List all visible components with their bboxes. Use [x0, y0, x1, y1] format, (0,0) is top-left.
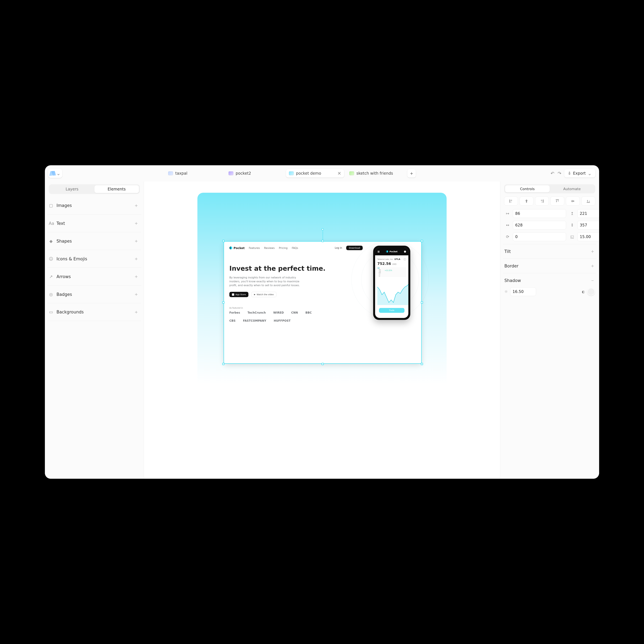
add-icon[interactable]: ＋	[134, 256, 139, 262]
close-tab-icon[interactable]: ✕	[337, 171, 341, 176]
tab-taxpal[interactable]: taxpal	[165, 169, 223, 178]
download-icon: ⇩	[568, 171, 571, 176]
section-tilt[interactable]: Tilt＋	[503, 244, 596, 259]
tab-label: pocket2	[236, 171, 251, 176]
plus-icon[interactable]: ＋	[590, 248, 595, 255]
y-icon: ↥	[569, 211, 576, 216]
add-icon[interactable]: ＋	[134, 238, 139, 244]
tab-controls[interactable]: Controls	[505, 185, 550, 192]
align-right-button[interactable]	[535, 197, 549, 206]
add-icon[interactable]: ＋	[134, 220, 139, 227]
resize-handle-tl[interactable]	[222, 240, 225, 242]
category-icons-emojis[interactable]: ☺Icons & Emojis＋	[47, 250, 141, 268]
category-label: Badges	[56, 292, 72, 297]
minus-icon[interactable]: －	[590, 277, 595, 284]
category-badges[interactable]: ◎Badges＋	[47, 285, 141, 303]
resize-handle-l[interactable]	[222, 301, 225, 304]
tab-icon	[289, 171, 294, 175]
add-icon[interactable]: ＋	[134, 202, 139, 209]
selection: Pocket Features Reviews Pricing FAQs Log…	[224, 241, 422, 364]
element-categories: ▢Images＋AaText＋◆Shapes＋☺Icons & Emojis＋↗…	[47, 197, 141, 321]
topbar-right: ↶ ↷ ⇩ Export ⌄	[551, 169, 595, 178]
text-icon: Aa	[49, 221, 53, 226]
size-row: ↔ ↕	[504, 221, 595, 230]
resize-handle-t[interactable]	[322, 240, 324, 242]
history-controls: ↶ ↷	[551, 171, 561, 176]
plus-icon[interactable]: ＋	[590, 263, 595, 269]
align-bottom-button[interactable]	[581, 197, 595, 206]
section-label: Tilt	[504, 249, 511, 254]
tab-sketch-with-friends[interactable]: sketch with friends	[346, 169, 404, 178]
shadow-color-swatch[interactable]	[587, 288, 595, 296]
add-icon[interactable]: ＋	[134, 273, 139, 280]
align-top-button[interactable]	[550, 197, 564, 206]
align-hcenter-button[interactable]	[520, 197, 533, 206]
shadow-value-input[interactable]	[510, 287, 536, 296]
resize-handle-r[interactable]	[421, 301, 423, 304]
category-label: Text	[56, 221, 65, 226]
app-menu-button[interactable]: ⌄	[48, 169, 62, 178]
category-backgrounds[interactable]: ▭Backgrounds＋	[47, 303, 141, 321]
resize-handle-bl[interactable]	[222, 363, 225, 365]
category-label: Backgrounds	[56, 310, 84, 314]
tab-icon	[229, 171, 233, 175]
radius-input[interactable]	[577, 232, 599, 241]
section-shadow[interactable]: Shadow－ ☼ ◐	[503, 273, 596, 300]
tab-automate[interactable]: Automate	[550, 185, 594, 192]
add-icon[interactable]: ＋	[134, 309, 139, 315]
radius-icon: ◱	[569, 235, 576, 239]
resize-handle-tr[interactable]	[421, 240, 423, 242]
category-label: Icons & Emojis	[56, 256, 87, 261]
image-icon: ▢	[49, 203, 53, 208]
section-border[interactable]: Border＋	[503, 259, 596, 273]
x-input[interactable]	[513, 209, 566, 218]
tab-icon	[349, 171, 354, 175]
export-button[interactable]: ⇩ Export ⌄	[564, 169, 595, 178]
resize-handle-br[interactable]	[421, 363, 423, 365]
rotation-input[interactable]	[513, 232, 566, 241]
left-panel: Layers Elements ▢Images＋AaText＋◆Shapes＋☺…	[45, 181, 144, 479]
phone-notch	[384, 248, 399, 250]
badge-icon: ◎	[49, 292, 53, 297]
canvas[interactable]: Pocket Features Reviews Pricing FAQs Log…	[144, 181, 500, 479]
color-wheel-icon[interactable]: ◐	[582, 290, 585, 294]
align-left-button[interactable]	[504, 197, 518, 206]
add-icon[interactable]: ＋	[134, 291, 139, 298]
height-input[interactable]	[577, 221, 599, 230]
y-input[interactable]	[577, 209, 599, 218]
main: Layers Elements ▢Images＋AaText＋◆Shapes＋☺…	[45, 181, 599, 479]
topbar: ⌄ taxpalpocket2pocket demo✕sketch with f…	[45, 165, 599, 181]
resize-handle-b[interactable]	[322, 363, 324, 365]
rotation-handle[interactable]	[322, 228, 324, 230]
tab-pocket-demo[interactable]: pocket demo✕	[286, 169, 344, 178]
category-text[interactable]: AaText＋	[47, 214, 141, 232]
position-row: ↦ ↥	[504, 209, 595, 218]
height-icon: ↕	[569, 223, 576, 227]
category-images[interactable]: ▢Images＋	[47, 197, 141, 214]
tab-label: sketch with friends	[356, 171, 393, 176]
add-tab-button[interactable]: ＋	[407, 169, 416, 178]
sun-icon: ☼	[504, 289, 508, 294]
section-label: Shadow	[504, 278, 521, 283]
category-label: Arrows	[56, 274, 71, 279]
rotation-icon: ⟳	[504, 235, 511, 239]
align-vcenter-button[interactable]	[566, 197, 580, 206]
app-window: ⌄ taxpalpocket2pocket demo✕sketch with f…	[45, 165, 599, 479]
section-label: Border	[504, 264, 518, 268]
tab-elements[interactable]: Elements	[94, 185, 139, 193]
category-label: Images	[56, 203, 72, 208]
width-input[interactable]	[513, 221, 566, 230]
undo-button[interactable]: ↶	[551, 171, 554, 176]
arrow-icon: ↗	[49, 274, 53, 279]
category-label: Shapes	[56, 239, 72, 244]
category-shapes[interactable]: ◆Shapes＋	[47, 232, 141, 250]
selection-outline	[224, 241, 422, 364]
alignment-row	[504, 197, 595, 206]
redo-button[interactable]: ↷	[558, 171, 561, 176]
tab-label: taxpal	[175, 171, 187, 176]
artboard[interactable]: Pocket Features Reviews Pricing FAQs Log…	[197, 193, 447, 432]
emoji-icon: ☺	[49, 256, 53, 261]
tab-layers[interactable]: Layers	[50, 185, 94, 193]
tab-pocket2[interactable]: pocket2	[226, 169, 284, 178]
category-arrows[interactable]: ↗Arrows＋	[47, 268, 141, 285]
